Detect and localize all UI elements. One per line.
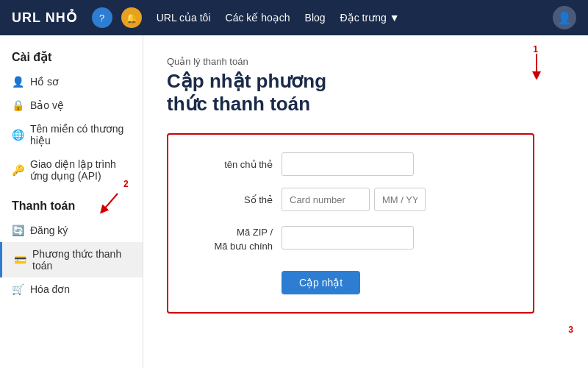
globe-icon: 🌐 [12,129,24,141]
cardholder-input[interactable] [282,152,414,176]
annotation-3: 3 [568,325,573,335]
sidebar-item-api[interactable]: 🔑 Giao diện lập trình ứng dụng (API) [0,152,143,188]
sidebar-item-security-label: Bảo vệ [30,99,64,111]
card-mmyy-input[interactable] [374,188,426,211]
cart-icon: 🛒 [12,283,24,295]
card-number-row: Số thẻ [192,188,509,211]
lock-icon: 🔒 [12,99,24,111]
logo: URL NHỎ [12,10,77,26]
sidebar-item-profile[interactable]: 👤 Hồ sơ [0,70,143,93]
zip-label: Mã ZIP / Mã bưu chính [192,226,273,252]
svg-line-1 [103,194,118,210]
payment-form-card: tên chủ thẻ Số thẻ Mã ZIP / Mã bưu chính [167,133,534,313]
user-avatar[interactable]: 👤 [553,6,576,29]
cardholder-label: tên chủ thẻ [192,159,273,170]
header: URL NHỎ ? 🔔 URL của tôi Các kế hoạch Blo… [0,0,588,35]
update-button[interactable]: Cập nhật [282,271,360,294]
nav-my-url[interactable]: URL của tôi [157,12,211,24]
nav-features-dropdown[interactable]: Đặc trưng ▼ [340,12,400,24]
sidebar-section-settings: Cài đặt [0,50,143,70]
bell-icon[interactable]: 🔔 [121,7,142,28]
key-icon: 🔑 [12,164,24,176]
question-icon[interactable]: ? [92,7,112,28]
sidebar-item-domain-label: Tên miền có thương hiệu [30,123,131,146]
nav-plans[interactable]: Các kế hoạch [226,12,290,24]
sidebar-item-invoice[interactable]: 🛒 Hóa đơn [0,277,143,301]
page-subtitle: Quản lý thanh toán [167,56,564,67]
sidebar-item-payment-label: Phương thức thanh toán [32,248,131,272]
sidebar-item-domain[interactable]: 🌐 Tên miền có thương hiệu [0,117,143,152]
nav-blog[interactable]: Blog [305,12,326,24]
sidebar-item-invoice-label: Hóa đơn [30,283,70,295]
refresh-icon: 🔄 [12,224,24,236]
sidebar-item-api-label: Giao diện lập trình ứng dụng (API) [30,158,131,182]
profile-icon: 👤 [12,76,24,88]
card-number-input[interactable] [282,188,370,211]
sidebar-item-register-label: Đăng ký [30,224,68,236]
annotation-2: 2 [123,179,129,189]
sidebar: Cài đặt 👤 Hồ sơ 🔒 Bảo vệ 🌐 Tên miền có t… [0,35,143,368]
zip-row: Mã ZIP / Mã bưu chính [192,223,509,252]
update-button-row: Cập nhật [192,265,509,294]
layout: Cài đặt 👤 Hồ sơ 🔒 Bảo vệ 🌐 Tên miền có t… [0,35,588,368]
sidebar-item-payment-method[interactable]: 💳 Phương thức thanh toán [0,242,143,277]
zip-input[interactable] [282,226,414,250]
arrow-sidebar [96,190,125,219]
cardholder-row: tên chủ thẻ [192,152,509,176]
card-inputs-group [282,188,426,211]
page-title: Cập nhật phương thức thanh toán [167,70,564,116]
sidebar-item-profile-label: Hồ sơ [30,76,59,88]
sidebar-item-register[interactable]: 🔄 Đăng ký [0,219,143,242]
card-icon: 💳 [14,254,26,266]
card-label: Số thẻ [192,194,273,205]
arrow-annotation-1 [526,50,548,79]
main-content: Quản lý thanh toán Cập nhật phương thức … [143,35,588,368]
sidebar-item-security[interactable]: 🔒 Bảo vệ [0,93,143,117]
header-nav: URL của tôi Các kế hoạch Blog Đặc trưng … [157,12,544,24]
